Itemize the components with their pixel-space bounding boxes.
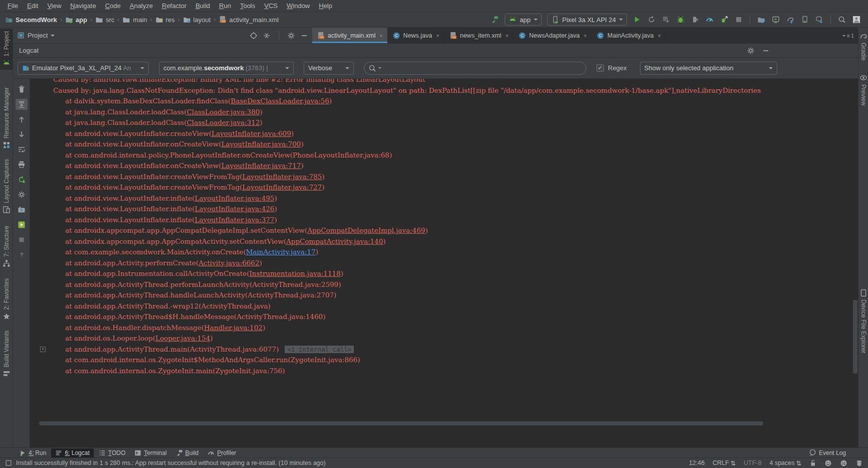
locate-file-icon[interactable] [250, 32, 258, 40]
internal-call-badge[interactable]: <1 internal call> [285, 346, 354, 353]
regex-checkbox[interactable]: ✓ [596, 64, 604, 72]
search-everywhere-icon[interactable] [835, 14, 848, 26]
log-link[interactable]: LayoutInflater.java:495 [195, 194, 275, 202]
clear-icon[interactable] [16, 84, 28, 95]
device-selector[interactable]: Pixel 3a XL API 24 [547, 14, 627, 26]
sdk-manager-icon[interactable] [813, 14, 826, 26]
menu-analyze[interactable]: Analyze [125, 1, 157, 11]
tab-mainactivity-java[interactable]: CMainActivity.java× [592, 28, 666, 43]
menu-build[interactable]: Build [191, 1, 214, 11]
menu-vcs[interactable]: VCS [260, 1, 282, 11]
stripe-layout-captures[interactable]: Layout Captures [0, 157, 13, 216]
tab-news-java[interactable]: CNews.java× [388, 28, 445, 43]
close-tab-icon[interactable]: × [436, 33, 439, 39]
screenshot-icon[interactable] [16, 204, 28, 215]
hidden-tabs-indicator[interactable]: ≡1 [838, 28, 858, 43]
log-level-dropdown[interactable]: Verbose [304, 62, 354, 75]
log-link[interactable]: Instrumentation.java:1118 [250, 269, 341, 277]
menu-run[interactable]: Run [214, 1, 236, 11]
process-filter-dropdown[interactable]: com.example.secomdwork (3763) | [159, 62, 294, 75]
stripe-gradle[interactable]: Gradle [858, 30, 868, 63]
tab-newsadapter-java[interactable]: CNewsAdapter.java× [514, 28, 592, 43]
log-link[interactable]: Looper.java:154 [155, 334, 210, 342]
log-link[interactable]: LayoutInflater.java:609 [211, 129, 291, 137]
toolwindow-profiler[interactable]: Profiler [203, 448, 240, 457]
menu-window[interactable]: Window [282, 1, 314, 11]
log-link[interactable]: LayoutInflater.java:727 [242, 183, 322, 191]
settings-icon[interactable] [16, 189, 28, 200]
soft-wrap-icon[interactable] [16, 144, 28, 155]
unlock-icon[interactable] [809, 459, 816, 466]
sad-face-icon[interactable] [840, 459, 847, 467]
down-icon[interactable] [16, 129, 28, 140]
toolwindow-build[interactable]: Build [172, 448, 203, 457]
close-tab-icon[interactable]: × [584, 33, 587, 39]
screen-record-icon[interactable] [16, 219, 28, 230]
log-link[interactable]: LayoutInflater.java:377 [195, 216, 275, 224]
toolwindow-todo[interactable]: TODO [95, 448, 129, 457]
log-link[interactable]: ClassLoader.java:312 [187, 118, 260, 126]
smiley-face-icon[interactable] [824, 459, 832, 467]
apply-changes-icon[interactable] [660, 14, 673, 26]
log-link[interactable]: LayoutInflater.java:700 [222, 140, 301, 148]
menu-navigate[interactable]: Navigate [66, 1, 100, 11]
log-link[interactable]: LayoutInflater.java:426 [195, 205, 275, 213]
hide-panel-icon[interactable] [300, 32, 308, 40]
log-link[interactable]: AppCompatDelegateImpl.java:469 [307, 226, 425, 234]
run-config-selector[interactable]: app [505, 14, 542, 26]
logcat-search-input[interactable] [383, 64, 582, 72]
menu-code[interactable]: Code [101, 1, 125, 11]
restart-icon[interactable] [16, 174, 28, 185]
help-icon[interactable]: ? [16, 249, 28, 260]
menu-tools[interactable]: Tools [236, 1, 260, 11]
breadcrumb-main[interactable]: main [122, 16, 147, 24]
close-tab-icon[interactable]: × [505, 33, 508, 39]
build-hammer-icon[interactable] [488, 14, 501, 26]
event-log-button[interactable]: Event Log [805, 448, 850, 457]
up-icon[interactable] [16, 114, 28, 125]
apply-code-changes-icon[interactable] [718, 14, 731, 26]
print-icon[interactable] [16, 159, 28, 170]
log-link[interactable]: BaseDexClassLoader.java:56 [231, 97, 329, 105]
scroll-to-end-icon[interactable] [16, 99, 28, 110]
device-manager-icon[interactable] [798, 14, 811, 26]
log-link[interactable]: LayoutInflater.java:785 [242, 173, 322, 181]
stripe-2-favorites[interactable]: 2: Favorites [0, 276, 13, 323]
gradle-daemon-icon[interactable] [855, 459, 863, 467]
logcat-search-field[interactable] [364, 62, 586, 75]
regex-label[interactable]: Regex [608, 64, 627, 72]
close-tab-icon[interactable]: × [379, 33, 382, 39]
breadcrumb-secomdwork[interactable]: SecomdWork [5, 16, 57, 24]
breadcrumb-src[interactable]: src [95, 16, 114, 24]
logcat-settings-gear-icon[interactable] [747, 47, 755, 55]
menu-help[interactable]: Help [314, 1, 337, 11]
menu-file[interactable]: File [3, 1, 23, 11]
project-settings-gear-icon[interactable] [287, 32, 295, 40]
log-link[interactable]: Handler.java:102 [204, 324, 263, 332]
log-scope-dropdown[interactable]: Show only selected application [640, 62, 777, 75]
stripe-resource-manager[interactable]: Resource Manager [0, 85, 13, 151]
log-link[interactable]: MainActivity.java:17 [246, 248, 316, 256]
line-ending-indicator[interactable]: CRLF⇅ [713, 459, 736, 467]
stripe-1-project[interactable]: 1: Project [0, 29, 13, 70]
project-panel-title[interactable]: Project [28, 32, 48, 39]
log-link[interactable]: Activity.java:6662 [198, 259, 259, 267]
logcat-minimize-icon[interactable] [762, 47, 770, 55]
breadcrumb-app[interactable]: app [65, 16, 87, 24]
fold-marker[interactable]: + [40, 347, 46, 352]
log-link[interactable]: LayoutInflater.java:717 [222, 162, 301, 170]
attach-debugger-icon[interactable] [689, 14, 702, 26]
breadcrumb-activity-main-xml[interactable]: <>activity_main.xml [219, 16, 279, 24]
restart-activity-icon[interactable] [645, 14, 658, 26]
toolwindow-4-run[interactable]: 4: Run [15, 448, 50, 457]
toolwindow-6-logcat[interactable]: 6: Logcat [51, 448, 93, 457]
indent-indicator[interactable]: 4 spaces⇅ [769, 459, 801, 467]
run-icon[interactable] [630, 14, 643, 26]
cursor-position[interactable]: 12:46 [689, 459, 705, 466]
log-link[interactable]: ClassLoader.java:380 [187, 108, 260, 116]
debug-icon[interactable] [674, 14, 687, 26]
breadcrumb-res[interactable]: res [155, 16, 175, 24]
status-message[interactable]: Install successfully finished in 1 s 280… [16, 459, 326, 466]
collapse-all-icon[interactable] [263, 32, 271, 40]
horizontal-scrollbar[interactable] [39, 421, 763, 425]
